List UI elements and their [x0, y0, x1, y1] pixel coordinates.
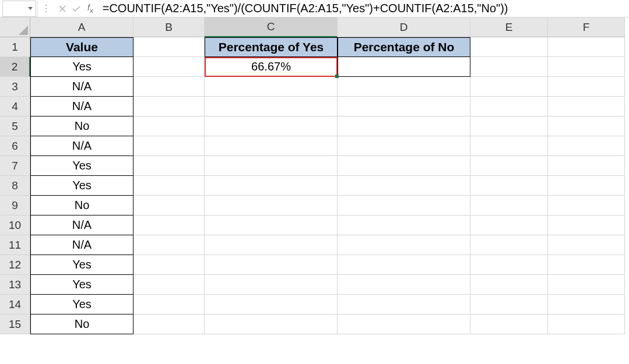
cell-F13[interactable] — [548, 275, 625, 295]
cell-B1[interactable] — [133, 37, 205, 57]
cell-C13[interactable] — [205, 275, 338, 295]
cell-B2[interactable] — [133, 57, 205, 77]
cell-A4[interactable]: N/A — [30, 97, 133, 116]
formula-input[interactable] — [99, 0, 629, 17]
cell-D7[interactable] — [338, 156, 470, 176]
cell-D9[interactable] — [338, 196, 470, 215]
cell-C5[interactable] — [205, 116, 338, 136]
cell-B9[interactable] — [133, 196, 205, 215]
cell-C10[interactable] — [205, 215, 338, 235]
cell-A2[interactable]: Yes — [30, 57, 133, 77]
cell-F1[interactable] — [548, 37, 625, 57]
cell-A7[interactable]: Yes — [30, 156, 133, 176]
confirm-formula-button[interactable] — [71, 3, 82, 15]
cell-D11[interactable] — [338, 235, 470, 255]
cell-F9[interactable] — [548, 196, 625, 215]
cell-F14[interactable] — [548, 295, 625, 314]
cell-B8[interactable] — [133, 176, 205, 196]
cell-F6[interactable] — [548, 136, 625, 156]
cell-D6[interactable] — [338, 136, 470, 156]
cell-D12[interactable] — [338, 255, 470, 275]
cell-F4[interactable] — [548, 97, 625, 116]
cell-D15[interactable] — [338, 314, 470, 334]
cell-C9[interactable] — [205, 196, 338, 215]
cell-C11[interactable] — [205, 235, 338, 255]
fx-icon[interactable]: fx — [85, 3, 96, 14]
cell-A11[interactable]: N/A — [30, 235, 133, 255]
cell-B15[interactable] — [133, 314, 205, 334]
cell-E7[interactable] — [470, 156, 548, 176]
row-header-14[interactable]: 14 — [0, 295, 30, 314]
cell-F7[interactable] — [548, 156, 625, 176]
row-header-2[interactable]: 2 — [0, 57, 30, 77]
name-box[interactable] — [2, 1, 36, 17]
cell-D14[interactable] — [338, 295, 470, 314]
row-header-10[interactable]: 10 — [0, 215, 30, 235]
col-header-F[interactable]: F — [548, 17, 625, 37]
col-header-A[interactable]: A — [30, 17, 133, 37]
cell-E1[interactable] — [470, 37, 548, 57]
cell-E4[interactable] — [470, 97, 548, 116]
cell-F10[interactable] — [548, 215, 625, 235]
cell-B14[interactable] — [133, 295, 205, 314]
cell-B10[interactable] — [133, 215, 205, 235]
cell-E5[interactable] — [470, 116, 548, 136]
cell-C14[interactable] — [205, 295, 338, 314]
cell-B11[interactable] — [133, 235, 205, 255]
cell-E15[interactable] — [470, 314, 548, 334]
cell-F15[interactable] — [548, 314, 625, 334]
cell-D8[interactable] — [338, 176, 470, 196]
row-header-15[interactable]: 15 — [0, 314, 30, 334]
cell-A8[interactable]: Yes — [30, 176, 133, 196]
cell-F3[interactable] — [548, 77, 625, 97]
cell-A3[interactable]: N/A — [30, 77, 133, 97]
cell-E14[interactable] — [470, 295, 548, 314]
cell-C8[interactable] — [205, 176, 338, 196]
cell-C15[interactable] — [205, 314, 338, 334]
col-header-B[interactable]: B — [133, 17, 205, 37]
cell-A5[interactable]: No — [30, 116, 133, 136]
cell-C2[interactable]: 66.67% — [205, 57, 338, 77]
row-header-3[interactable]: 3 — [0, 77, 30, 97]
cell-D5[interactable] — [338, 116, 470, 136]
cell-B6[interactable] — [133, 136, 205, 156]
cell-A9[interactable]: No — [30, 196, 133, 215]
row-header-7[interactable]: 7 — [0, 156, 30, 176]
row-header-8[interactable]: 8 — [0, 176, 30, 196]
cell-B7[interactable] — [133, 156, 205, 176]
cell-A10[interactable]: N/A — [30, 215, 133, 235]
cell-D4[interactable] — [338, 97, 470, 116]
name-box-dropdown[interactable] — [26, 1, 34, 16]
cell-E3[interactable] — [470, 77, 548, 97]
cell-C12[interactable] — [205, 255, 338, 275]
cell-E9[interactable] — [470, 196, 548, 215]
select-all-corner[interactable] — [0, 17, 30, 37]
cell-E12[interactable] — [470, 255, 548, 275]
selection-handle[interactable] — [335, 75, 339, 78]
cell-B5[interactable] — [133, 116, 205, 136]
cell-B12[interactable] — [133, 255, 205, 275]
row-header-5[interactable]: 5 — [0, 116, 30, 136]
cell-B13[interactable] — [133, 275, 205, 295]
col-header-C[interactable]: C — [205, 17, 338, 37]
cell-B4[interactable] — [133, 97, 205, 116]
row-header-6[interactable]: 6 — [0, 136, 30, 156]
cell-C6[interactable] — [205, 136, 338, 156]
cell-E2[interactable] — [470, 57, 548, 77]
cell-F12[interactable] — [548, 255, 625, 275]
cancel-formula-button[interactable] — [57, 3, 68, 15]
cell-E11[interactable] — [470, 235, 548, 255]
cell-E10[interactable] — [470, 215, 548, 235]
col-header-D[interactable]: D — [338, 17, 470, 37]
cell-D3[interactable] — [338, 77, 470, 97]
cell-A14[interactable]: Yes — [30, 295, 133, 314]
cell-D10[interactable] — [338, 215, 470, 235]
cell-C7[interactable] — [205, 156, 338, 176]
cell-F5[interactable] — [548, 116, 625, 136]
cell-F2[interactable] — [548, 57, 625, 77]
cell-A15[interactable]: No — [30, 314, 133, 334]
cell-E6[interactable] — [470, 136, 548, 156]
row-header-1[interactable]: 1 — [0, 37, 30, 57]
cell-D13[interactable] — [338, 275, 470, 295]
row-header-12[interactable]: 12 — [0, 255, 30, 275]
